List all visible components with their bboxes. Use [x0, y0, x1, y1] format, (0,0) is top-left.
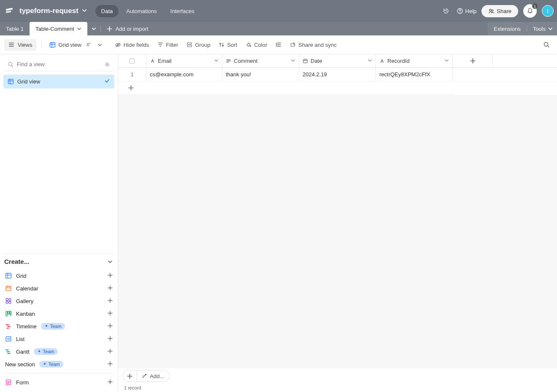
view-menu-button[interactable] [96, 40, 104, 50]
cell-value: thank you! [226, 71, 251, 78]
footer-add-menu-button[interactable]: Add... [137, 370, 170, 382]
plus-icon[interactable] [108, 311, 113, 317]
cell-email[interactable]: cs@example.com [146, 68, 222, 81]
cell-date[interactable]: 2024.2.19 [299, 68, 376, 81]
create-section-header[interactable]: Create... [3, 253, 114, 269]
history-icon[interactable] [440, 5, 452, 17]
nav-automations[interactable]: Automations [120, 5, 162, 17]
svg-rect-16 [6, 273, 11, 278]
people-icon [86, 42, 92, 48]
plus-icon[interactable] [108, 379, 113, 386]
select-all-checkbox-cell[interactable] [118, 54, 146, 67]
sidebar-view-grid[interactable]: Grid view [3, 75, 114, 89]
help-button[interactable]: Help [457, 8, 477, 14]
svg-rect-30 [303, 59, 307, 63]
create-item-label: New section [5, 361, 35, 368]
check-icon [104, 78, 110, 85]
create-timeline[interactable]: Timeline Team [3, 320, 114, 333]
create-calendar[interactable]: Calendar [3, 282, 114, 295]
search-records-button[interactable] [540, 38, 553, 51]
table-tabs-overflow-button[interactable] [87, 22, 100, 35]
row-height-button[interactable] [272, 39, 285, 50]
help-label: Help [465, 8, 477, 14]
plus-icon[interactable] [108, 361, 113, 368]
gantt-icon [5, 348, 12, 355]
create-item-label: Calendar [16, 285, 38, 292]
column-header-date[interactable]: Date [299, 54, 376, 67]
checkbox-icon[interactable] [130, 59, 135, 64]
plus-icon[interactable] [108, 273, 113, 279]
column-menu-button[interactable] [444, 58, 449, 64]
table-row[interactable]: 1 cs@example.com thank you! 2024.2.19 re… [118, 68, 557, 81]
base-menu-chevron-icon[interactable] [82, 8, 87, 14]
column-header-email[interactable]: Email [146, 54, 222, 67]
long-text-icon [226, 58, 231, 64]
notifications-button[interactable]: 1 [523, 4, 537, 18]
table-tab-comment[interactable]: Table-Comment [30, 22, 87, 35]
column-header-comment[interactable]: Comment [222, 54, 299, 67]
plus-icon[interactable] [108, 323, 113, 330]
svg-rect-23 [8, 311, 9, 314]
create-new-section[interactable]: New section Team [3, 358, 114, 371]
plus-icon [127, 373, 132, 379]
filter-button[interactable]: Filter [154, 39, 181, 51]
create-item-label: Gallery [16, 298, 33, 304]
svg-rect-27 [6, 328, 9, 329]
svg-point-10 [250, 46, 251, 46]
add-row-button[interactable] [118, 81, 453, 95]
share-sync-button[interactable]: Share and sync [287, 39, 340, 51]
row-number-cell[interactable]: 1 [118, 68, 146, 81]
create-form[interactable]: Form [3, 376, 114, 389]
plus-icon[interactable] [108, 285, 113, 292]
team-label: Team [49, 362, 60, 367]
hide-fields-button[interactable]: Hide fields [111, 39, 153, 51]
column-label: Comment [234, 58, 257, 64]
plus-icon[interactable] [108, 298, 113, 304]
current-view-name[interactable]: Grid view [47, 40, 94, 50]
sort-button[interactable]: Sort [215, 39, 241, 51]
nav-data[interactable]: Data [95, 5, 119, 17]
chevron-down-icon [77, 27, 81, 31]
share-label: Share [497, 8, 511, 14]
find-view-search[interactable] [3, 58, 114, 71]
base-name[interactable]: typeform-request [19, 7, 78, 15]
chevron-down-icon [97, 43, 102, 47]
add-column-button[interactable] [453, 54, 493, 67]
plus-icon[interactable] [108, 336, 113, 342]
divider [3, 373, 114, 373]
column-menu-button[interactable] [368, 58, 372, 64]
create-gantt[interactable]: Gantt Team [3, 345, 114, 358]
cell-comment[interactable]: thank you! [222, 68, 299, 81]
add-or-import-button[interactable]: Add or import [101, 22, 154, 35]
extensions-button[interactable]: Extensions [488, 22, 527, 35]
table-tab-table1[interactable]: Table 1 [0, 22, 30, 35]
create-grid[interactable]: Grid [3, 269, 114, 282]
extensions-label: Extensions [494, 26, 521, 32]
column-header-recordid[interactable]: RecordId [376, 54, 453, 67]
settings-icon[interactable] [104, 62, 110, 67]
views-toggle-button[interactable]: Views [4, 39, 36, 51]
find-view-input[interactable] [17, 61, 101, 67]
nav-interfaces[interactable]: Interfaces [165, 5, 200, 17]
share-button[interactable]: Share [481, 5, 518, 17]
plus-icon[interactable] [108, 349, 113, 355]
tools-button[interactable]: Tools [527, 22, 557, 35]
cell-recordid[interactable]: rectrQEy8XPM2cFfX [376, 68, 453, 81]
create-list[interactable]: List [3, 333, 114, 345]
team-badge: Team [34, 348, 58, 355]
sidebar-view-label: Grid view [17, 78, 40, 85]
create-kanban[interactable]: Kanban [3, 307, 114, 320]
app-logo-icon[interactable] [3, 5, 15, 17]
column-menu-button[interactable] [291, 58, 295, 64]
avatar[interactable]: I [542, 5, 554, 17]
svg-rect-18 [6, 298, 8, 301]
color-button[interactable]: Color [242, 39, 270, 51]
column-menu-button[interactable] [214, 58, 219, 64]
create-item-label: Kanban [16, 311, 35, 317]
create-gallery[interactable]: Gallery [3, 295, 114, 307]
svg-rect-24 [10, 311, 11, 315]
create-item-label: Form [16, 379, 29, 386]
group-button[interactable]: Group [183, 39, 214, 51]
footer-add-record-button[interactable] [122, 370, 137, 382]
filter-icon [157, 42, 163, 48]
